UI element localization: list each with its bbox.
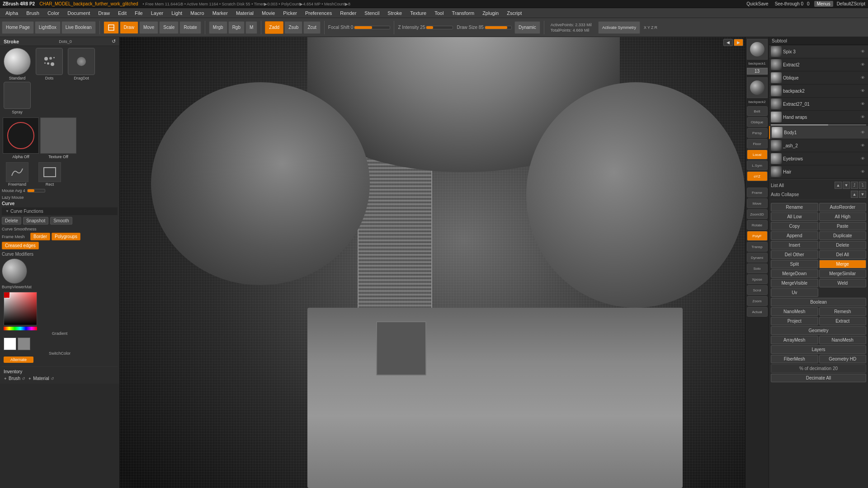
tool-move[interactable]: Move [139,21,158,34]
vp-btn-1[interactable]: ◀ [723,39,733,46]
inventory-btn[interactable]: Inventory [4,369,22,374]
tool-draw[interactable]: Draw [120,21,138,34]
menu-stroke[interactable]: Stroke [384,9,406,17]
subtool-item-spix3[interactable]: Spix 3 👁 [769,45,868,58]
alpha-off-item[interactable]: Alpha Off [3,117,39,159]
menu-edit[interactable]: Edit [114,9,130,17]
material-toggle[interactable]: ✦ Material ↺ [28,376,54,381]
backpack2-eye[interactable]: 👁 [859,87,866,94]
tab-lightbox[interactable]: LightBox [35,21,61,34]
tool-rotate[interactable]: Rotate [179,21,201,34]
project-btn[interactable]: Project [771,317,818,325]
all-high-btn[interactable]: All High [819,212,867,221]
zadd-btn[interactable]: Zadd [265,21,283,34]
boolean-btn[interactable]: Boolean [771,298,866,306]
side-icon-actual[interactable]: Actual [747,307,768,317]
menu-render[interactable]: Render [336,9,360,17]
layers-stool-btn[interactable]: Layers [771,345,866,354]
menu-light[interactable]: Light [168,9,186,17]
swatch-gray[interactable] [18,338,30,350]
side-icon-floor[interactable]: Floor [747,139,768,149]
merge-visible-btn[interactable]: MergeVisible [771,279,818,287]
del-other-btn[interactable]: Del Other [771,250,818,259]
auto-reorder-btn[interactable]: AutoReorder [819,203,867,211]
side-icon-local[interactable]: Local [747,150,768,160]
menu-tool[interactable]: Tool [431,9,447,17]
tab-live-boolean[interactable]: Live Boolean [61,21,96,34]
menu-zplugin[interactable]: Zplugin [479,9,502,17]
insert-btn[interactable]: Insert [771,241,818,249]
menu-picker[interactable]: Picker [279,9,301,17]
texture-off-item[interactable]: Texture Off [40,117,76,159]
color-gradient-area[interactable] [4,292,37,325]
subtool-item-ash2[interactable]: _ash_2 👁 [769,139,868,152]
draw-size-slider[interactable] [485,26,512,29]
arrow-up2[interactable]: ⤴ [851,182,858,189]
append-btn[interactable]: Append [771,231,818,240]
extract2-eye[interactable]: 👁 [859,61,866,68]
del-all-btn[interactable]: Del All [819,250,867,259]
arrow-down[interactable]: ▼ [843,182,850,189]
see-through-btn[interactable]: See-through 0 [775,1,803,6]
default-script-btn[interactable]: DefaultZScript [837,1,865,6]
body1-slider[interactable] [771,124,866,126]
bump-mat-sphere[interactable] [2,258,27,284]
side-icon-frame[interactable]: Frame [747,188,768,197]
menu-marker[interactable]: Marker [209,9,231,17]
side-icon-belt[interactable]: Belt [747,106,768,116]
ac-arrow1[interactable]: ▲ [851,191,858,198]
side-icon-xyz[interactable]: oYZ [747,171,768,181]
zsub-btn[interactable]: Zsub [284,21,302,34]
paste-btn[interactable]: Paste [819,222,867,230]
subtool-item-handwraps[interactable]: Hand wraps 👁 [769,111,868,124]
ash2-eye[interactable]: 👁 [859,142,866,149]
auto-collapse-btn[interactable]: Auto Collapse [771,192,799,197]
decimate-all-btn[interactable]: Decimate All [771,374,866,382]
side-icon-scrol[interactable]: Scrol [747,285,768,295]
snapshot-btn[interactable]: Snapshot [23,217,48,225]
subtool-item-extract2[interactable]: Extract2 👁 [769,58,868,71]
alternate-btn[interactable]: Alternate [4,357,33,363]
swatch-white[interactable] [4,338,16,350]
extract-btn[interactable]: Extract [819,317,867,325]
ac-arrow2[interactable]: ▼ [859,191,866,198]
list-all-btn[interactable]: List All [771,183,784,188]
subtool-item-body1[interactable]: Body1 👁 [769,126,868,139]
menu-document[interactable]: Document [64,9,94,17]
tool-scale[interactable]: Scale [159,21,179,34]
hue-bar[interactable] [4,327,37,330]
rect-item[interactable]: Rect [34,162,65,187]
tool-edit[interactable] [104,21,119,34]
duplicate-btn[interactable]: Duplicate [819,231,867,240]
activate-symmetry-btn[interactable]: Activate Symmetry [598,21,640,34]
dynamic-btn[interactable]: Dynamic [514,21,540,34]
menu-zscript[interactable]: Zscript [503,9,525,17]
side-icon-move[interactable]: Move [747,198,768,208]
vp-btn-2[interactable]: ▶ [734,39,743,46]
arrow-down2[interactable]: ⤵ [859,182,866,189]
brush-toggle[interactable]: ✦ Brush ↺ [4,376,25,381]
extract27-eye[interactable]: 👁 [859,100,866,108]
side-icon-lsym[interactable]: L.Sym [747,160,768,170]
menu-color[interactable]: Color [44,9,63,17]
brush-item-dragdot[interactable]: DragDot [66,48,97,80]
z-intensity-slider[interactable] [426,26,453,29]
delete-stool-btn[interactable]: Delete [819,241,867,249]
tab-home[interactable]: Home Page [2,21,34,34]
lazy-mouse-label[interactable]: Lazy Mouse [2,195,24,200]
focal-shift-slider[interactable] [354,26,390,29]
side-icon-oblique[interactable]: Oblique [747,117,768,127]
nav-cube[interactable] [747,39,768,60]
rename-btn[interactable]: Rename [771,203,818,211]
delete-curve-btn[interactable]: Delete [2,217,21,225]
eyebrows-eye[interactable]: 👁 [859,155,866,162]
side-icon-solo[interactable]: Solo [747,263,768,273]
brush-item-standard[interactable]: Standard [2,48,33,80]
subtool-item-extract27[interactable]: Extract27_01 👁 [769,98,868,111]
side-icon-zoom3d[interactable]: Zoom3D [747,209,768,219]
uv-btn[interactable]: Uv [771,288,818,297]
brush-item-spray[interactable]: Spray [2,82,33,114]
switch-color-label[interactable]: SwitchColor [4,351,116,356]
side-icon-zoom[interactable]: Zoom [747,296,768,306]
menu-texture[interactable]: Texture [406,9,430,17]
